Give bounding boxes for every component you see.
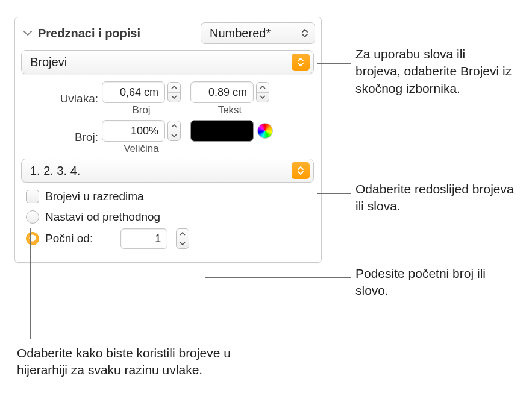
- start-value-stepper[interactable]: [176, 228, 189, 249]
- callout-text-1: Za uporabu slova ili brojeva, odaberite …: [355, 46, 512, 97]
- list-type-value: Brojevi: [30, 55, 67, 69]
- tiered-numbers-row[interactable]: Brojevi u razredima: [21, 190, 315, 203]
- size-row: Broj: 100% Veličina: [21, 120, 315, 155]
- color-swatch[interactable]: [190, 120, 254, 142]
- callout-text-3: Podesite početni broj ili slovo.: [355, 265, 494, 300]
- start-from-label: Počni od:: [45, 232, 93, 245]
- continue-radio[interactable]: [26, 210, 39, 224]
- start-from-radio-row[interactable]: Počni od: 1: [21, 228, 315, 249]
- stepper-up-icon: [257, 83, 269, 93]
- indent-text-input[interactable]: 0.89 cm: [190, 81, 254, 103]
- disclosure-icon[interactable]: [21, 27, 34, 40]
- stepper-down-icon: [177, 239, 189, 249]
- number-format-value: 1. 2. 3. 4.: [30, 164, 80, 178]
- continue-radio-row[interactable]: Nastavi od prethodnog: [21, 210, 315, 224]
- stepper-up-icon: [168, 121, 180, 131]
- callout-text-2: Odaberite redoslijed brojeva ili slova.: [355, 181, 518, 215]
- bullets-lists-panel: Predznaci i popisi Numbered* Brojevi Uvl…: [14, 17, 322, 263]
- start-from-radio[interactable]: [26, 232, 39, 245]
- section-title: Predznaci i popisi: [38, 27, 197, 40]
- callout-line: [30, 228, 31, 339]
- stepper-down-icon: [168, 93, 180, 102]
- indent-number-stepper[interactable]: [167, 82, 181, 102]
- continue-label: Nastavi od prethodnog: [45, 210, 160, 224]
- tiered-label: Brojevi u razredima: [45, 190, 144, 203]
- size-label: Broj:: [44, 131, 98, 144]
- popup-chevron-icon: [292, 54, 310, 71]
- stepper-down-icon: [257, 93, 269, 102]
- callout-line: [317, 63, 351, 64]
- indent-text-stepper[interactable]: [256, 82, 269, 102]
- list-style-value: Numbered*: [210, 27, 271, 40]
- callout-text-4: Odaberite kako biste koristili brojeve u…: [17, 345, 282, 379]
- indent-number-input[interactable]: 0,64 cm: [102, 81, 165, 103]
- callout-line: [205, 277, 351, 278]
- start-value-input[interactable]: 1: [120, 228, 167, 249]
- tiered-checkbox[interactable]: [26, 190, 39, 203]
- size-input[interactable]: 100%: [102, 120, 165, 142]
- stepper-down-icon: [168, 131, 180, 141]
- stepper-up-icon: [168, 83, 180, 93]
- updown-icon: [301, 28, 308, 39]
- stepper-up-icon: [177, 229, 189, 239]
- number-format-popup[interactable]: 1. 2. 3. 4.: [21, 159, 314, 183]
- indent-text-caption: Tekst: [218, 104, 242, 116]
- panel-header: Predznaci i popisi Numbered*: [21, 22, 315, 44]
- list-style-select[interactable]: Numbered*: [201, 22, 315, 44]
- popup-chevron-icon: [292, 162, 310, 179]
- list-type-popup[interactable]: Brojevi: [21, 50, 314, 74]
- callout-line: [317, 193, 351, 194]
- indent-row: Uvlaka: 0,64 cm Broj 0.89 cm Tekst: [21, 81, 315, 116]
- size-caption: Veličina: [124, 143, 159, 155]
- indent-number-caption: Broj: [132, 104, 150, 116]
- size-stepper[interactable]: [167, 121, 181, 141]
- indent-label: Uvlaka:: [44, 92, 98, 105]
- color-picker-icon[interactable]: [257, 123, 273, 139]
